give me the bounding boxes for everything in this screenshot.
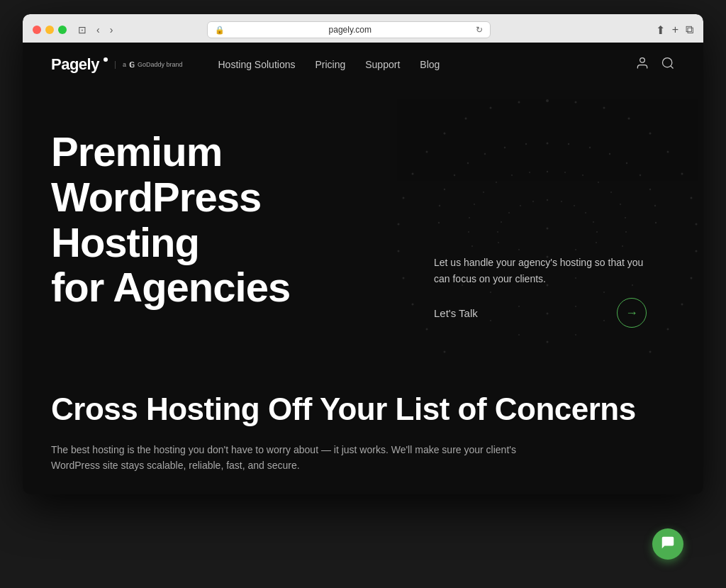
svg-point-60 [496,182,497,183]
section2: Cross Hosting Off Your List of Concerns … [23,356,703,494]
svg-point-52 [655,222,657,223]
nav-item-blog[interactable]: Blog [420,58,440,71]
new-tab-icon[interactable]: + [672,23,678,36]
svg-point-59 [598,182,599,183]
share-icon[interactable]: ⬆ [656,23,665,37]
svg-point-93 [518,334,520,335]
svg-point-83 [498,242,499,243]
svg-point-6 [603,107,605,109]
svg-point-79 [501,221,502,223]
nav-link-support[interactable]: Support [365,59,400,70]
svg-point-7 [490,107,492,109]
svg-point-16 [691,197,693,199]
svg-point-26 [667,328,669,331]
logo-area: Pagely a 𝔾 GoDaddy brand [51,55,183,74]
site-logo[interactable]: Pagely [51,55,99,74]
svg-point-58 [511,174,513,176]
nav-link-blog[interactable]: Blog [420,59,440,70]
hero-description: Let us handle your agency's hosting so t… [434,255,647,287]
svg-point-63 [620,204,621,205]
cta-link[interactable]: Let's Talk [434,307,478,319]
address-bar[interactable]: 🔒 pagely.com ↻ [207,21,491,38]
browser-chrome: ⊡ ‹ › 🔒 pagely.com ↻ ⬆ + ⧉ [23,14,703,43]
sidebar-toggle-icon[interactable]: ⊡ [75,23,89,37]
svg-point-44 [626,162,627,164]
svg-point-74 [574,205,575,206]
nav-link-pricing[interactable]: Pricing [315,59,345,70]
svg-point-9 [465,118,467,120]
nav-item-hosting[interactable]: Hosting Solutions [218,58,296,71]
svg-point-75 [520,205,521,206]
hero-cta-area: Let us handle your agency's hosting so t… [434,255,647,328]
svg-point-62 [483,192,484,193]
nav-link-hosting[interactable]: Hosting Solutions [218,59,296,70]
svg-point-0 [640,57,645,62]
svg-point-13 [426,151,428,153]
account-icon[interactable] [635,56,649,74]
svg-point-65 [625,217,626,218]
svg-point-67 [625,231,627,233]
svg-point-47 [454,174,455,176]
svg-point-97 [575,334,576,335]
svg-point-61 [610,192,612,193]
nav-right [635,56,675,74]
svg-point-43 [484,153,486,155]
svg-point-48 [649,189,651,190]
section2-title: Cross Hosting Off Your List of Concerns [51,392,675,428]
svg-line-2 [671,65,674,68]
nav-item-support[interactable]: Support [365,58,400,71]
svg-point-54 [547,171,548,172]
svg-point-42 [609,153,610,155]
svg-point-38 [568,143,569,145]
svg-point-66 [469,217,470,218]
logo-dot [104,57,108,62]
svg-point-28 [649,351,652,353]
svg-point-78 [593,221,594,223]
security-icon: 🔒 [215,26,225,35]
svg-point-69 [622,245,623,247]
svg-point-84 [547,228,549,230]
svg-point-11 [444,133,446,135]
svg-point-51 [439,205,440,206]
tabs-icon[interactable]: ⧉ [686,23,693,36]
svg-point-68 [468,231,469,233]
browser-frame: ⊡ ‹ › 🔒 pagely.com ↻ ⬆ + ⧉ Pagely [23,14,703,494]
window-controls: ⊡ ‹ › [75,23,116,37]
svg-point-49 [444,189,445,190]
svg-point-41 [504,147,506,148]
main-nav: Pagely a 𝔾 GoDaddy brand Hosting Solutio… [23,43,703,87]
godaddy-prefix: a [123,61,126,68]
maximize-button[interactable] [58,26,67,34]
svg-point-4 [575,101,577,104]
forward-button[interactable]: › [107,23,116,37]
nav-item-pricing[interactable]: Pricing [315,58,345,71]
svg-point-37 [547,143,549,145]
svg-point-8 [628,118,630,120]
cta-arrow-button[interactable]: → [617,298,647,328]
svg-point-82 [596,242,597,243]
svg-point-50 [654,205,656,206]
hero-title-line1: Premium [51,128,222,174]
close-button[interactable] [33,26,41,34]
svg-point-12 [667,151,669,153]
svg-point-1 [663,57,672,67]
svg-point-3 [546,99,549,102]
svg-point-73 [532,201,534,202]
cta-row: Let's Talk → [434,298,647,328]
hero-title-line3: for Agencies [51,264,290,310]
svg-point-20 [696,250,698,253]
search-icon[interactable] [661,56,675,74]
hero-title-line2: WordPress Hosting [51,174,261,265]
back-button[interactable]: ‹ [94,23,103,37]
svg-point-27 [426,328,428,331]
hero-title: Premium WordPress Hosting for Agencies [51,129,420,310]
minimize-button[interactable] [45,26,54,34]
svg-point-76 [585,212,586,213]
svg-point-94 [575,249,576,250]
svg-point-55 [564,172,566,173]
refresh-icon[interactable]: ↻ [476,25,483,35]
svg-point-24 [681,304,683,306]
svg-point-77 [508,212,510,213]
svg-point-88 [547,341,549,343]
svg-point-53 [438,222,440,223]
